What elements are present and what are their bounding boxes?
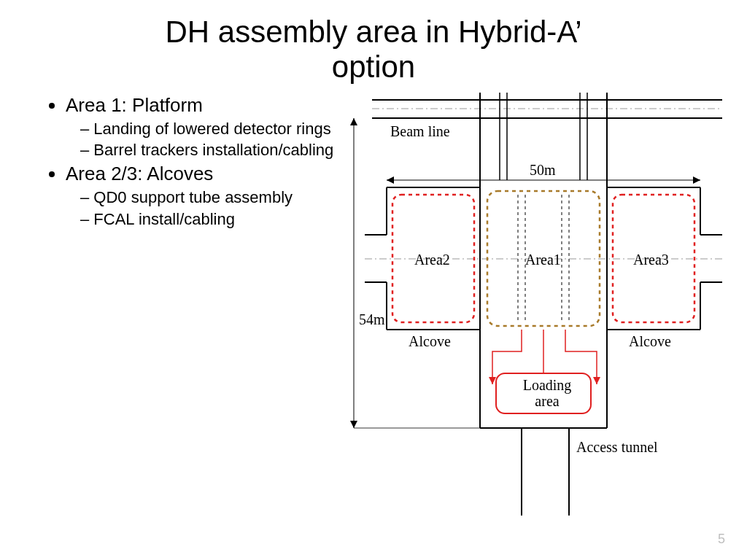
diagram: Beam line 50m 54m Area2 Area1 Area3 Alco… <box>343 93 722 516</box>
svg-marker-39 <box>593 377 600 384</box>
width-dim-label: 50m <box>530 162 556 179</box>
slide-title: DH assembly area in Hybrid-A’ option <box>0 15 747 85</box>
svg-marker-38 <box>489 377 496 384</box>
bullet-area1-sub1: Landing of lowered detector rings <box>80 118 336 140</box>
page-number: 5 <box>718 532 725 547</box>
access-tunnel-label: Access tunnel <box>576 439 658 456</box>
bullet-area23-sub2: FCAL install/cabling <box>80 209 336 230</box>
svg-marker-34 <box>350 118 357 125</box>
title-line2: option <box>332 50 415 84</box>
bullet-area23: Area 2/3: Alcoves QD0 support tube assem… <box>66 161 336 230</box>
bullet-list: Area 1: Platform Landing of lowered dete… <box>44 93 336 516</box>
title-line1: DH assembly area in Hybrid-A’ <box>165 15 581 49</box>
svg-marker-10 <box>387 176 394 184</box>
svg-marker-11 <box>693 176 700 184</box>
height-dim-label: 54m <box>359 311 385 328</box>
area2-label: Area2 <box>414 252 450 268</box>
area3-label: Area3 <box>633 252 669 268</box>
bullet-area23-title: Area 2/3: Alcoves <box>66 163 213 184</box>
bullet-area1: Area 1: Platform Landing of lowered dete… <box>66 93 336 161</box>
area1-label: Area1 <box>525 252 561 268</box>
alcove-left-label: Alcove <box>409 333 451 350</box>
bullet-area1-title: Area 1: Platform <box>66 94 203 116</box>
bullet-area23-sub1: QD0 support tube assembly <box>80 187 336 209</box>
svg-marker-35 <box>350 421 357 428</box>
diagram-svg <box>343 93 722 516</box>
beam-line-label: Beam line <box>390 123 450 140</box>
bullet-area1-sub2: Barrel trackers installation/cabling <box>80 139 336 161</box>
alcove-right-label: Alcove <box>629 333 671 350</box>
loading-area-label: Loading area <box>518 377 576 409</box>
